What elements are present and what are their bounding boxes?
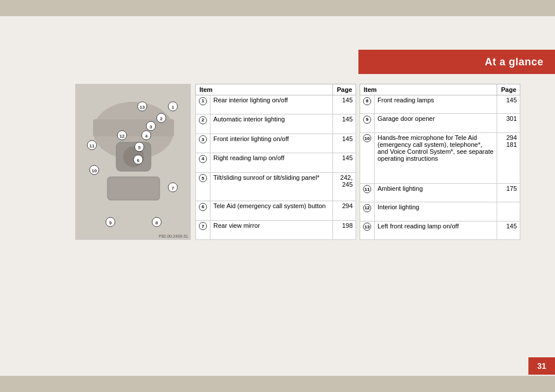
row-page: 145 bbox=[333, 134, 356, 153]
header-bar bbox=[0, 0, 555, 16]
table-row: 10 Hands-free microphone for Tele Aid (e… bbox=[360, 132, 520, 183]
row-number: 4 bbox=[196, 153, 210, 172]
row-number: 10 bbox=[360, 132, 375, 183]
row-page: 242, 245 bbox=[333, 172, 356, 201]
row-page: 294 bbox=[333, 201, 356, 220]
car-image: 1 2 3 4 5 6 7 8 bbox=[75, 84, 191, 240]
row-item: Front reading lamps bbox=[375, 95, 497, 114]
svg-text:4: 4 bbox=[145, 134, 148, 139]
table-row: 2 Automatic interior lighting 145 bbox=[196, 114, 356, 134]
image-caption: P82.00-2439-31 bbox=[159, 234, 188, 238]
car-interior-graphic: 1 2 3 4 5 6 7 8 bbox=[76, 84, 190, 239]
page-number: 31 bbox=[537, 361, 546, 371]
svg-text:11: 11 bbox=[90, 143, 95, 149]
row-item: Hands-free microphone for Tele Aid (emer… bbox=[375, 132, 497, 183]
row-item: Front interior lighting on/off bbox=[210, 134, 333, 153]
svg-text:7: 7 bbox=[172, 186, 175, 191]
row-item: Ambient lighting bbox=[375, 183, 497, 202]
content-area: 1 2 3 4 5 6 7 8 bbox=[75, 84, 520, 240]
row-item: Garage door opener bbox=[375, 114, 497, 132]
row-number: 3 bbox=[196, 134, 210, 153]
svg-text:9: 9 bbox=[109, 220, 112, 225]
svg-text:2: 2 bbox=[160, 116, 163, 121]
table-row: 13 Left front reading lamp on/off 145 bbox=[360, 221, 520, 239]
row-page: 301 bbox=[497, 114, 520, 132]
svg-text:13: 13 bbox=[140, 105, 145, 110]
row-number: 6 bbox=[196, 201, 210, 220]
table-row: 1 Rear interior lighting on/off 145 bbox=[196, 95, 356, 114]
row-page: 145 bbox=[333, 114, 356, 134]
svg-text:5: 5 bbox=[138, 145, 141, 150]
table-row: 7 Rear view mirror 198 bbox=[196, 220, 356, 239]
row-item: Tilt/sliding sunroof or tilt/sliding pan… bbox=[210, 172, 333, 201]
left-table-item-header: Item bbox=[196, 84, 333, 95]
row-number: 5 bbox=[196, 172, 210, 201]
row-item: Left front reading lamp on/off bbox=[375, 221, 497, 239]
svg-text:6: 6 bbox=[137, 158, 140, 163]
tables-area: Item Page 1 Rear interior lighting on/of… bbox=[195, 84, 520, 240]
svg-text:3: 3 bbox=[150, 124, 153, 130]
row-page: 198 bbox=[333, 220, 356, 239]
table-row: 9 Garage door opener 301 bbox=[360, 114, 520, 132]
row-item: Rear interior lighting on/off bbox=[210, 95, 333, 114]
table-row: 6 Tele Aid (emergency call system) butto… bbox=[196, 201, 356, 220]
svg-text:8: 8 bbox=[156, 220, 158, 225]
row-number: 11 bbox=[360, 183, 375, 202]
bottom-bar bbox=[0, 376, 555, 392]
left-table: Item Page 1 Rear interior lighting on/of… bbox=[195, 84, 356, 240]
row-page: 175 bbox=[497, 183, 520, 202]
row-number: 7 bbox=[196, 220, 210, 239]
row-item: Right reading lamp on/off bbox=[210, 153, 333, 172]
table-row: 5 Tilt/sliding sunroof or tilt/sliding p… bbox=[196, 172, 356, 201]
row-page bbox=[497, 202, 520, 221]
row-item: Rear view mirror bbox=[210, 220, 333, 239]
row-number: 1 bbox=[196, 95, 210, 114]
row-number: 12 bbox=[360, 202, 375, 221]
svg-text:12: 12 bbox=[120, 134, 125, 139]
row-number: 2 bbox=[196, 114, 210, 134]
row-item: Tele Aid (emergency call system) button bbox=[210, 201, 333, 220]
right-table-page-header: Page bbox=[497, 84, 520, 95]
table-row: 3 Front interior lighting on/off 145 bbox=[196, 134, 356, 153]
row-item: Interior lighting bbox=[375, 202, 497, 221]
svg-text:10: 10 bbox=[92, 168, 97, 173]
right-table: Item Page 8 Front reading lamps 145 9 Ga… bbox=[360, 84, 520, 240]
page-number-block: 31 bbox=[528, 357, 555, 375]
row-page: 145 bbox=[497, 95, 520, 114]
page-title: At a glance bbox=[484, 56, 543, 68]
row-page: 294181 bbox=[497, 132, 520, 183]
left-table-page-header: Page bbox=[333, 84, 356, 95]
table-row: 11 Ambient lighting 175 bbox=[360, 183, 520, 202]
row-number: 8 bbox=[360, 95, 375, 114]
right-table-item-header: Item bbox=[360, 84, 497, 95]
row-page: 145 bbox=[333, 153, 356, 172]
title-block: At a glance bbox=[358, 50, 555, 74]
table-row: 12 Interior lighting bbox=[360, 202, 520, 221]
row-number: 9 bbox=[360, 114, 375, 132]
table-row: 4 Right reading lamp on/off 145 bbox=[196, 153, 356, 172]
row-page: 145 bbox=[497, 221, 520, 239]
row-item: Automatic interior lighting bbox=[210, 114, 333, 134]
svg-rect-2 bbox=[108, 177, 160, 200]
row-number: 13 bbox=[360, 221, 375, 239]
svg-text:1: 1 bbox=[172, 105, 175, 110]
table-row: 8 Front reading lamps 145 bbox=[360, 95, 520, 114]
row-page: 145 bbox=[333, 95, 356, 114]
